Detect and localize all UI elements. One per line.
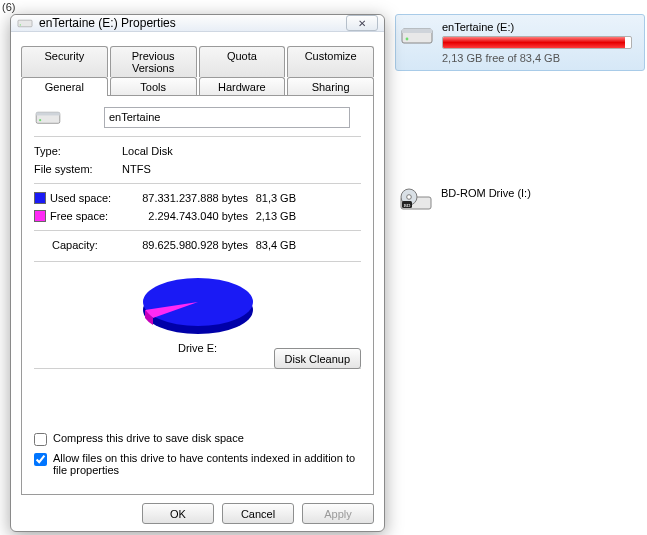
type-value: Local Disk [122, 145, 361, 157]
tab-previous-versions[interactable]: Previous Versions [110, 46, 197, 77]
capacity-human: 83,4 GB [254, 239, 302, 251]
separator [34, 261, 361, 262]
drive-item-bdrom[interactable]: BD BD-ROM Drive (I:) [395, 181, 645, 221]
hdd-icon [400, 21, 434, 49]
tab-general[interactable]: General [21, 77, 108, 96]
index-checkbox[interactable] [34, 453, 47, 466]
drive-item-e[interactable]: enTertaine (E:) 2,13 GB free of 83,4 GB [395, 14, 645, 71]
used-swatch [34, 192, 46, 204]
bdrom-icon: BD [399, 187, 433, 215]
disk-cleanup-button[interactable]: Disk Cleanup [274, 348, 361, 369]
filesystem-value: NTFS [122, 163, 361, 175]
svg-point-2 [406, 38, 409, 41]
drive-title: BD-ROM Drive (I:) [441, 187, 641, 199]
compress-checkbox-row[interactable]: Compress this drive to save disk space [34, 432, 361, 446]
hdd-icon [17, 16, 33, 30]
tab-quota[interactable]: Quota [199, 46, 286, 77]
ok-button[interactable]: OK [142, 503, 214, 524]
used-bytes: 87.331.237.888 bytes [136, 192, 254, 204]
svg-point-5 [407, 195, 412, 200]
free-label: Free space: [50, 210, 136, 222]
explorer-drive-list: enTertaine (E:) 2,13 GB free of 83,4 GB … [395, 14, 645, 221]
separator [34, 183, 361, 184]
usage-bar [442, 36, 632, 49]
compress-label: Compress this drive to save disk space [53, 432, 244, 444]
drive-title: enTertaine (E:) [442, 21, 640, 33]
used-human: 81,3 GB [254, 192, 302, 204]
svg-text:BD: BD [404, 203, 411, 208]
apply-button[interactable]: Apply [302, 503, 374, 524]
svg-point-9 [20, 24, 21, 25]
close-button[interactable]: ✕ [346, 15, 378, 31]
compress-checkbox[interactable] [34, 433, 47, 446]
svg-rect-1 [402, 29, 432, 33]
free-swatch [34, 210, 46, 222]
tab-sharing[interactable]: Sharing [287, 77, 374, 96]
general-panel: Type: Local Disk File system: NTFS Used … [21, 95, 374, 495]
filesystem-label: File system: [34, 163, 122, 175]
capacity-bytes: 89.625.980.928 bytes [136, 239, 254, 251]
tab-customize[interactable]: Customize [287, 46, 374, 77]
separator [34, 136, 361, 137]
svg-rect-11 [36, 112, 60, 115]
usage-fill [443, 37, 625, 48]
tab-tools[interactable]: Tools [110, 77, 197, 96]
capacity-label: Capacity: [34, 239, 136, 251]
cancel-button[interactable]: Cancel [222, 503, 294, 524]
type-label: Type: [34, 145, 122, 157]
svg-rect-8 [18, 20, 32, 27]
free-human: 2,13 GB [254, 210, 302, 222]
volume-name-input[interactable] [104, 107, 350, 128]
hdd-icon [34, 106, 62, 128]
properties-dialog: enTertaine (E:) Properties ✕ Security Pr… [10, 14, 385, 532]
tab-hardware[interactable]: Hardware [199, 77, 286, 96]
dialog-buttons: OK Cancel Apply [11, 495, 384, 534]
dialog-title: enTertaine (E:) Properties [39, 16, 340, 30]
drive-subtext: 2,13 GB free of 83,4 GB [442, 52, 640, 64]
folder-count: (6) [2, 1, 15, 13]
index-checkbox-row[interactable]: Allow files on this drive to have conten… [34, 452, 361, 476]
tab-security[interactable]: Security [21, 46, 108, 77]
used-label: Used space: [50, 192, 136, 204]
free-bytes: 2.294.743.040 bytes [136, 210, 254, 222]
capacity-pie-chart [123, 270, 273, 340]
titlebar[interactable]: enTertaine (E:) Properties ✕ [11, 15, 384, 32]
index-label: Allow files on this drive to have conten… [53, 452, 361, 476]
svg-point-12 [39, 119, 41, 121]
separator [34, 230, 361, 231]
close-icon: ✕ [358, 18, 366, 29]
tabs-row-front: General Tools Hardware Sharing [21, 77, 374, 96]
tabs-row-back: Security Previous Versions Quota Customi… [21, 46, 374, 77]
